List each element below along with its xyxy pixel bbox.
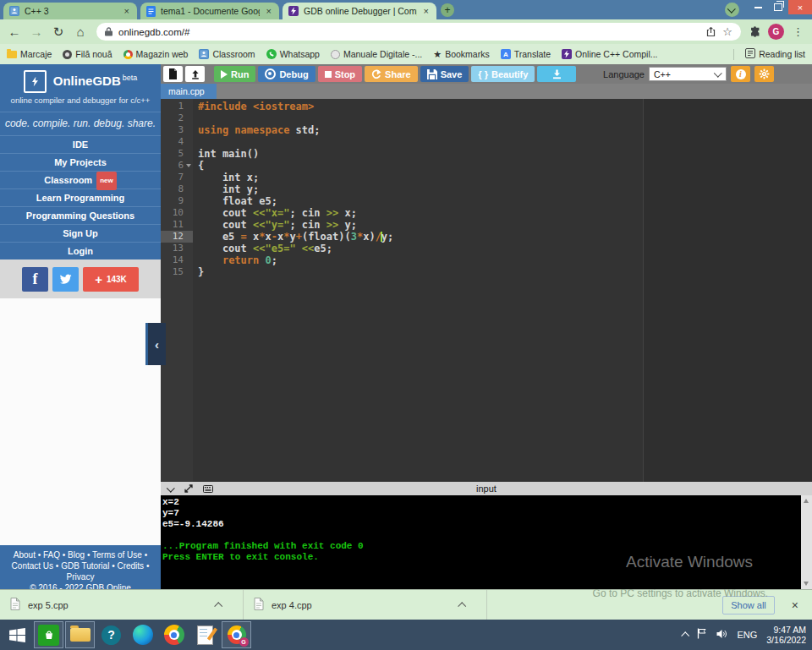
taskbar-notes-button[interactable] [190, 621, 220, 648]
taskbar-explorer-button[interactable] [65, 621, 95, 648]
download-item[interactable]: exp 4.cpp [244, 590, 487, 620]
new-file-button[interactable] [163, 66, 183, 82]
ide-toolbar: Run Debug Stop Share Save { }Beautify La… [161, 64, 812, 84]
console-output[interactable]: x=2y=7e5=-9.14286 ...Program finished wi… [161, 495, 812, 589]
fold-caret-icon[interactable] [186, 164, 191, 167]
footer-link[interactable]: GDB Tutorial [61, 561, 109, 571]
console-header: input [161, 482, 812, 495]
home-button[interactable]: ⌂ [73, 25, 88, 39]
extensions-puzzle-icon[interactable] [749, 26, 761, 38]
reading-list-button[interactable]: Reading list [745, 48, 805, 60]
footer-link[interactable]: Contact Us [12, 561, 53, 571]
stop-button[interactable]: Stop [318, 66, 362, 82]
bookmark-label: Whatsapp [280, 49, 320, 59]
save-button[interactable]: Save [420, 66, 469, 82]
tab-close-icon[interactable]: × [123, 6, 131, 16]
collapse-sidebar-handle[interactable]: ‹ [145, 323, 166, 365]
plus-icon: + [95, 272, 102, 287]
back-button[interactable]: ← [7, 25, 22, 39]
editor-code[interactable]: #include <iostream>using namespace std;i… [193, 99, 812, 482]
facebook-button[interactable]: f [22, 267, 48, 292]
tab-close-icon[interactable]: × [265, 6, 273, 16]
browser-tab[interactable]: tema1 - Documente Google× [140, 3, 279, 19]
tab-search-button[interactable] [725, 3, 739, 17]
notes-icon [197, 625, 213, 645]
taskbar-start-button[interactable] [3, 621, 32, 648]
keyboard-icon[interactable] [203, 485, 213, 493]
taskbar-edge-button[interactable] [128, 621, 157, 648]
settings-button[interactable] [754, 66, 774, 82]
stop-icon [325, 71, 332, 78]
reload-button[interactable]: ↻ [51, 25, 66, 40]
download-item[interactable]: exp 5.cpp [0, 590, 244, 620]
whatsapp-icon [266, 49, 277, 59]
taskbar-chrome-button[interactable] [159, 621, 189, 648]
taskbar-help-button[interactable]: ? [96, 621, 126, 648]
taskbar-clock[interactable]: 9:47 AM 3/16/2022 [766, 625, 806, 646]
bookmark-item[interactable]: Online C++ Compil... [562, 49, 657, 59]
url-text[interactable]: onlinegdb.com/# [118, 27, 700, 37]
sidebar-item-my-projects[interactable]: My Projects [0, 153, 161, 171]
language-select[interactable]: C++ [649, 67, 727, 81]
tab-close-icon[interactable]: × [422, 6, 431, 16]
run-button[interactable]: Run [214, 66, 255, 82]
sidebar-item-programming-questions[interactable]: Programming Questions [0, 206, 161, 224]
taskbar-store-button[interactable] [34, 621, 63, 648]
sidebar-item-classroom[interactable]: Classroomnew [0, 171, 161, 188]
taskbar-chrome-window-button[interactable]: G [222, 621, 251, 648]
restore-button[interactable] [768, 0, 788, 14]
speaker-icon[interactable] [716, 627, 727, 642]
footer-link[interactable]: Privacy [67, 572, 95, 582]
new-tab-button[interactable]: + [441, 3, 454, 17]
code-editor[interactable]: 123456789101112131415 #include <iostream… [161, 99, 812, 482]
chevron-up-icon[interactable] [215, 600, 221, 610]
expand-console-icon[interactable] [184, 484, 193, 493]
console-scrollbar[interactable] [801, 495, 812, 589]
chevron-up-icon[interactable] [458, 600, 464, 610]
close-button[interactable]: × [788, 0, 812, 14]
footer-link[interactable]: Blog [68, 550, 85, 560]
browser-tab[interactable]: GDB online Debugger | Compile× [283, 3, 436, 19]
file-tab-main-cpp[interactable]: main.cpp [161, 84, 217, 99]
address-bar[interactable]: onlinegdb.com/# ☆ [96, 23, 741, 41]
logo-block[interactable]: OnlineGDBbeta online compiler and debugg… [0, 64, 161, 112]
bookmark-item[interactable]: ATranslate [501, 49, 551, 59]
twitter-button[interactable] [52, 267, 79, 292]
action-center-flag-icon[interactable] [697, 627, 707, 642]
collapse-console-icon[interactable] [168, 486, 174, 492]
browser-menu-icon[interactable]: ⋮ [791, 25, 805, 38]
bookmark-item[interactable]: Magazin web [123, 49, 189, 59]
upload-button[interactable] [185, 66, 205, 82]
gplus-share-button[interactable]: + 143K [83, 267, 139, 292]
sidebar-item-sign-up[interactable]: Sign Up [0, 224, 161, 242]
sidebar-item-login[interactable]: Login [0, 242, 161, 259]
profile-avatar[interactable]: G [768, 24, 784, 40]
share-button[interactable]: Share [365, 66, 418, 82]
input-language-indicator[interactable]: ENG [737, 630, 757, 640]
minimize-button[interactable] [748, 0, 768, 14]
sidebar-item-ide[interactable]: IDE [0, 135, 161, 153]
bookmark-item[interactable]: Whatsapp [266, 49, 320, 59]
bookmark-label: Online C++ Compil... [575, 49, 657, 59]
browser-tab[interactable]: C++ 3× [3, 3, 137, 19]
sidebar-item-learn-programming[interactable]: Learn Programming [0, 188, 161, 206]
bookmark-item[interactable]: ★Bookmarks [433, 49, 489, 59]
debug-button[interactable]: Debug [258, 66, 315, 82]
line-number: 4 [161, 136, 193, 148]
beautify-button[interactable]: { }Beautify [471, 66, 535, 82]
close-downloads-bar-button[interactable]: × [792, 598, 798, 612]
info-button[interactable]: i [731, 66, 750, 82]
forward-button[interactable]: → [29, 25, 44, 39]
footer-link[interactable]: Credits [117, 561, 144, 571]
bookmark-item[interactable]: Classroom [199, 49, 255, 59]
footer-link[interactable]: FAQ [43, 550, 60, 560]
bookmark-item[interactable]: Manuale Digitale -... [331, 49, 422, 59]
tray-chevron-up-icon[interactable] [682, 631, 690, 640]
bookmark-star-icon[interactable]: ☆ [722, 25, 732, 38]
download-button[interactable] [537, 66, 576, 82]
footer-link[interactable]: Terms of Use [92, 550, 142, 560]
bookmark-item[interactable]: Marcaje [7, 49, 52, 59]
bookmark-item[interactable]: Filă nouă [63, 49, 112, 59]
footer-link[interactable]: About [14, 550, 36, 560]
share-icon[interactable] [705, 26, 716, 37]
